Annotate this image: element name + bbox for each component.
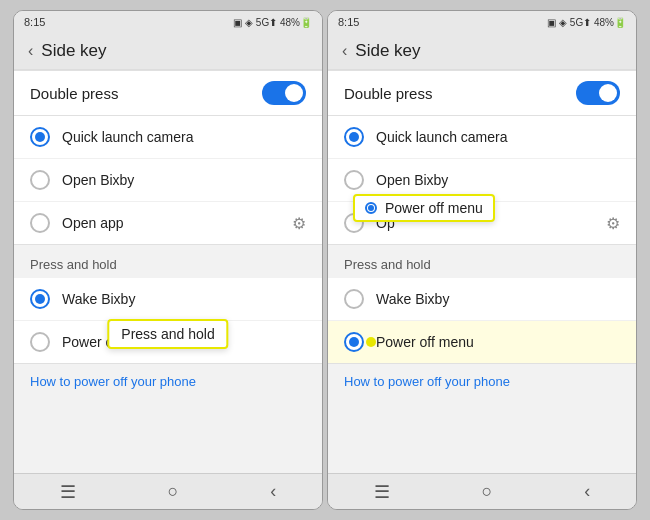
- right-time: 8:15: [338, 16, 359, 28]
- left-page-title: Side key: [41, 41, 106, 61]
- left-time: 8:15: [24, 16, 45, 28]
- left-double-press-options: Quick launch camera Open Bixby Open app …: [14, 116, 322, 245]
- right-option-wake-bixby[interactable]: Wake Bixby: [328, 278, 636, 321]
- left-radio-open-app: [30, 213, 50, 233]
- right-page-title: Side key: [355, 41, 420, 61]
- right-radio-quick-camera: [344, 127, 364, 147]
- left-option-quick-camera[interactable]: Quick launch camera: [14, 116, 322, 159]
- right-nav-menu-icon[interactable]: ☰: [374, 481, 390, 503]
- left-gear-icon: ⚙: [292, 214, 306, 233]
- left-nav-menu-icon[interactable]: ☰: [60, 481, 76, 503]
- left-content: Double press Quick launch camera Open Bi…: [14, 70, 322, 473]
- left-callout-text: Press and hold: [121, 326, 214, 342]
- right-bottom-bar: ☰ ○ ‹: [328, 473, 636, 509]
- right-radio-power-off: [344, 332, 364, 352]
- right-header: ‹ Side key: [328, 33, 636, 70]
- right-callout-text: Power off menu: [385, 200, 483, 216]
- left-back-button[interactable]: ‹: [28, 42, 33, 60]
- right-status-right-text: ▣ ◈ 5G⬆ 48%🔋: [547, 17, 626, 28]
- right-label-power-off: Power off menu: [376, 334, 620, 350]
- right-how-to[interactable]: How to power off your phone: [328, 364, 636, 399]
- left-radio-open-bixby: [30, 170, 50, 190]
- right-nav-home-icon[interactable]: ○: [482, 481, 493, 502]
- right-option-open-app[interactable]: Op ⚙ Power off menu: [328, 202, 636, 244]
- right-press-hold-label: Press and hold: [328, 245, 636, 278]
- left-how-to[interactable]: How to power off your phone: [14, 364, 322, 399]
- right-phone-panel: 8:15 ▣ ◈ 5G⬆ 48%🔋 ‹ Side key Double pres…: [327, 10, 637, 510]
- right-indicator-dot: [366, 337, 376, 347]
- right-double-press-row: Double press: [328, 70, 636, 116]
- right-content: Double press Quick launch camera Open Bi…: [328, 70, 636, 473]
- right-radio-open-bixby: [344, 170, 364, 190]
- left-phone-panel: 8:15 ▣ ◈ 5G⬆ 48%🔋 ‹ Side key Double pres…: [13, 10, 323, 510]
- left-double-press-row: Double press: [14, 70, 322, 116]
- left-option-open-bixby[interactable]: Open Bixby: [14, 159, 322, 202]
- right-option-quick-camera[interactable]: Quick launch camera: [328, 116, 636, 159]
- right-option-power-off[interactable]: Power off menu: [328, 321, 636, 363]
- right-double-press-label: Double press: [344, 85, 432, 102]
- left-radio-power-off: [30, 332, 50, 352]
- right-back-button[interactable]: ‹: [342, 42, 347, 60]
- left-status-bar: 8:15 ▣ ◈ 5G⬆ 48%🔋: [14, 11, 322, 33]
- left-status-right-text: ▣ ◈ 5G⬆ 48%🔋: [233, 17, 312, 28]
- left-callout-area: Press and hold: [14, 399, 322, 459]
- left-option-open-app[interactable]: Open app ⚙: [14, 202, 322, 244]
- left-header: ‹ Side key: [14, 33, 322, 70]
- right-label-wake-bixby: Wake Bixby: [376, 291, 620, 307]
- left-status-icons: ▣ ◈ 5G⬆ 48%🔋: [233, 17, 312, 28]
- left-nav-home-icon[interactable]: ○: [168, 481, 179, 502]
- left-radio-quick-camera: [30, 127, 50, 147]
- right-radio-wake-bixby: [344, 289, 364, 309]
- left-nav-back-icon[interactable]: ‹: [270, 481, 276, 502]
- left-double-press-toggle[interactable]: [262, 81, 306, 105]
- left-option-wake-bixby[interactable]: Wake Bixby: [14, 278, 322, 321]
- right-double-press-options: Quick launch camera Open Bixby Op ⚙ Powe…: [328, 116, 636, 245]
- right-callout-box: Power off menu: [353, 194, 495, 222]
- right-callout-radio: [365, 202, 377, 214]
- left-label-wake-bixby: Wake Bixby: [62, 291, 306, 307]
- left-bottom-bar: ☰ ○ ‹: [14, 473, 322, 509]
- right-status-icons: ▣ ◈ 5G⬆ 48%🔋: [547, 17, 626, 28]
- left-double-press-label: Double press: [30, 85, 118, 102]
- left-press-hold-label: Press and hold: [14, 245, 322, 278]
- left-label-quick-camera: Quick launch camera: [62, 129, 306, 145]
- right-nav-back-icon[interactable]: ‹: [584, 481, 590, 502]
- right-label-open-bixby: Open Bixby: [376, 172, 620, 188]
- right-press-hold-options: Wake Bixby Power off menu: [328, 278, 636, 364]
- left-radio-wake-bixby: [30, 289, 50, 309]
- right-gear-icon: ⚙: [606, 214, 620, 233]
- right-status-bar: 8:15 ▣ ◈ 5G⬆ 48%🔋: [328, 11, 636, 33]
- left-callout-box: Press and hold: [107, 319, 228, 349]
- left-label-open-app: Open app: [62, 215, 280, 231]
- right-double-press-toggle[interactable]: [576, 81, 620, 105]
- left-label-open-bixby: Open Bixby: [62, 172, 306, 188]
- right-label-quick-camera: Quick launch camera: [376, 129, 620, 145]
